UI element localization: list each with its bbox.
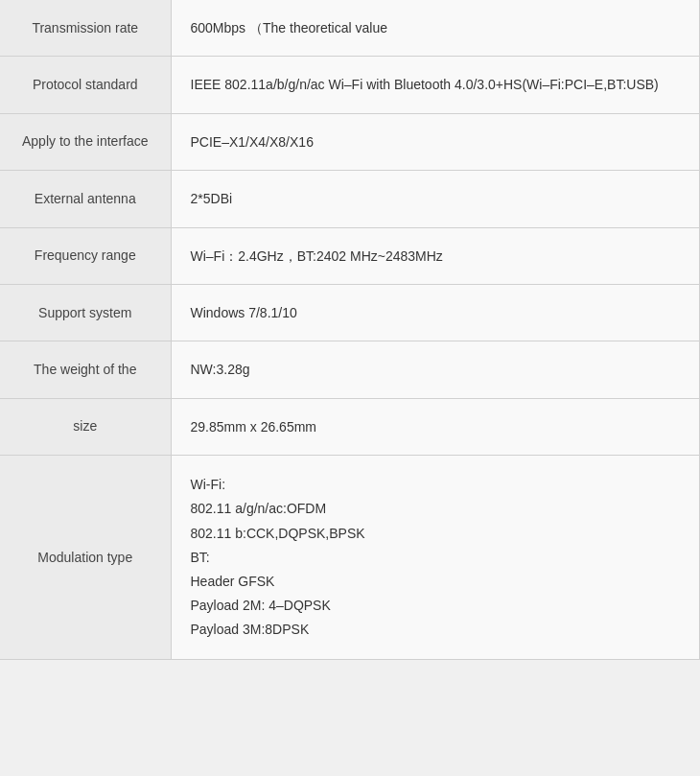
spec-label: The weight of the: [0, 341, 171, 398]
spec-value: 29.85mm x 26.65mm: [171, 398, 700, 455]
spec-label: Frequency range: [0, 227, 171, 284]
spec-label: size: [0, 398, 171, 455]
table-row: Transmission rate600Mbps （The theoretica…: [0, 0, 700, 57]
table-row: External antenna2*5DBi: [0, 171, 700, 227]
spec-value: 2*5DBi: [171, 171, 700, 227]
spec-value: PCIE–X1/X4/X8/X16: [171, 113, 700, 170]
spec-label: Apply to the interface: [0, 113, 171, 170]
table-row: Protocol standardIEEE 802.11a/b/g/n/ac W…: [0, 57, 700, 113]
table-row: Support systemWindows 7/8.1/10: [0, 284, 700, 341]
spec-value: Wi-Fi:802.11 a/g/n/ac:OFDM802.11 b:CCK,D…: [171, 456, 700, 660]
spec-table: Transmission rate600Mbps （The theoretica…: [0, 0, 700, 660]
spec-value: Wi–Fi：2.4GHz，BT:2402 MHz~2483MHz: [171, 227, 700, 284]
table-row: size29.85mm x 26.65mm: [0, 398, 700, 455]
table-row: Frequency rangeWi–Fi：2.4GHz，BT:2402 MHz~…: [0, 227, 700, 284]
spec-label: External antenna: [0, 171, 171, 227]
spec-label: Transmission rate: [0, 0, 171, 57]
table-row: The weight of theNW:3.28g: [0, 341, 700, 398]
table-row: Modulation typeWi-Fi:802.11 a/g/n/ac:OFD…: [0, 456, 700, 660]
spec-value: NW:3.28g: [171, 341, 700, 398]
spec-label: Support system: [0, 284, 171, 341]
spec-value: Windows 7/8.1/10: [171, 284, 700, 341]
spec-label: Modulation type: [0, 456, 171, 660]
spec-label: Protocol standard: [0, 57, 171, 113]
spec-value: 600Mbps （The theoretical value: [171, 0, 700, 57]
table-row: Apply to the interfacePCIE–X1/X4/X8/X16: [0, 113, 700, 170]
spec-value: IEEE 802.11a/b/g/n/ac Wi–Fi with Bluetoo…: [171, 57, 700, 113]
